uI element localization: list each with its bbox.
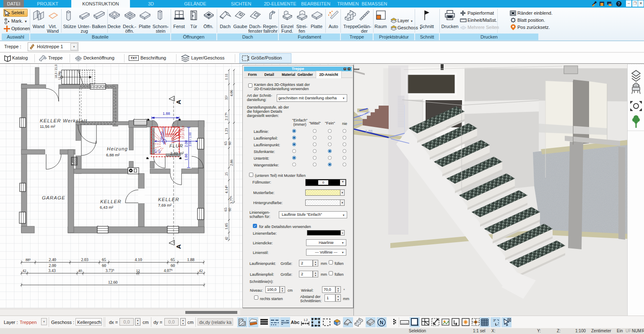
svg-text:98,00: 98,00 [160,131,164,140]
svg-text:4.10: 4.10 [135,257,142,262]
svg-text:60: 60 [102,263,106,268]
svg-text:1.2: 1.2 [304,318,308,321]
svg-text:25: 25 [225,172,229,176]
svg-text:2,89 m²: 2,89 m² [170,151,184,155]
svg-text:Heizung: Heizung [107,146,128,151]
svg-text:7,69 m²: 7,69 m² [158,203,171,207]
svg-text:3.43: 3.43 [48,268,56,273]
svg-text:2.00: 2.00 [49,263,56,268]
svg-text:60: 60 [228,142,232,145]
svg-text:60: 60 [171,263,175,268]
svg-text:KELLER: KELLER [158,197,179,202]
svg-text:4.07⁵: 4.07⁵ [164,268,173,273]
svg-text:65: 65 [102,257,106,262]
svg-text:3.73⁵: 3.73⁵ [106,268,114,273]
svg-text:FLUR: FLUR [169,143,183,148]
svg-text:Abc: Abc [291,320,300,325]
svg-text:2.86: 2.86 [229,159,234,166]
svg-text:88⁵: 88⁵ [26,258,31,262]
svg-text:A: A [175,100,182,104]
svg-text:6,43 m²: 6,43 m² [100,205,113,210]
svg-text:N: N [380,320,384,326]
svg-text:1.00: 1.00 [357,112,365,116]
svg-text:40: 40 [78,269,83,273]
svg-text:KELLER Werkstatt: KELLER Werkstatt [40,118,87,123]
svg-text:A: A [175,244,182,249]
svg-text:42: 42 [199,269,203,273]
svg-text:1.05: 1.05 [224,223,229,230]
svg-text:GARAGE: GARAGE [42,195,65,200]
svg-text:17,3 / 23,0: 17,3 / 23,0 [182,126,184,139]
svg-text:12: 12 [136,269,140,273]
svg-text:1.11: 1.11 [224,73,229,80]
svg-text:2: 2 [368,109,370,114]
svg-text:2.00 / 1.00: 2.00 / 1.00 [189,132,192,146]
svg-text:12.60: 12.60 [108,280,118,285]
svg-text:2.17⁵: 2.17⁵ [224,113,229,121]
svg-text:2.03: 2.03 [81,257,88,262]
svg-text:35⁵: 35⁵ [225,95,229,100]
svg-text:60: 60 [228,208,232,211]
svg-text:12 Stg.: 12 Stg. [58,71,61,80]
svg-text:65: 65 [171,257,175,262]
svg-text:ROOM: ROOM [281,321,289,324]
svg-text:6,88 m²: 6,88 m² [106,153,119,157]
svg-text:2.40: 2.40 [49,257,56,262]
svg-text:3: 3 [493,318,495,322]
svg-text:11,56 m²: 11,56 m² [40,124,55,129]
svg-text:65: 65 [223,207,228,212]
svg-text:1.23: 1.23 [224,128,229,135]
svg-text:1.88: 1.88 [187,257,195,262]
svg-text:3.77⁵: 3.77⁵ [229,196,234,204]
svg-text:4.14⁵: 4.14⁵ [224,186,229,194]
svg-text:4.06: 4.06 [229,90,234,96]
svg-text:67¹: 67¹ [154,148,157,153]
svg-text:18,3 / 21,0: 18,3 / 21,0 [55,65,57,78]
svg-text:42: 42 [225,237,229,240]
svg-text:42: 42 [23,269,26,273]
svg-text:1.88: 1.88 [365,129,373,133]
svg-text:KELLER: KELLER [100,199,122,204]
svg-text:1.86: 1.86 [184,153,188,161]
svg-text:67: 67 [158,150,161,153]
svg-text:1.88: 1.88 [163,111,170,116]
svg-text:65: 65 [223,141,228,145]
svg-text:2.00: 2.00 [184,140,188,147]
